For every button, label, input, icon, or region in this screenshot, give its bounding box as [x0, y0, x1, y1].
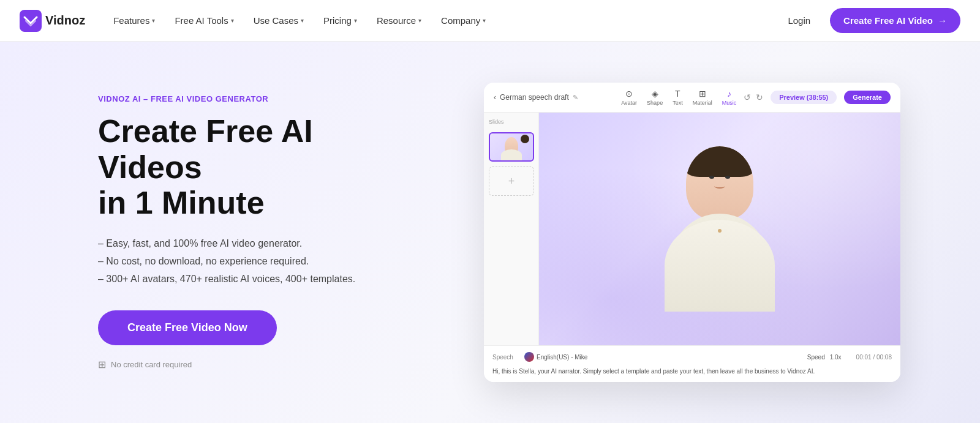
logo[interactable]: Vidnoz: [20, 10, 85, 32]
hero-bullet-2: – No cost, no download, no experience re…: [98, 253, 417, 271]
avatar-jacket: [665, 220, 775, 312]
speech-speed: Speed 1.0x: [807, 354, 842, 361]
slide-thumbnail-1[interactable]: [489, 132, 534, 162]
music-icon: ♪: [727, 89, 731, 99]
credit-card-icon: ⊞: [98, 359, 106, 370]
nav-item-company[interactable]: Company ▾: [432, 10, 494, 31]
hero-bullet-3: – 300+ AI avatars, 470+ realistic AI voi…: [98, 271, 417, 288]
tool-avatar[interactable]: ⊙ Avatar: [621, 89, 637, 106]
nav-item-resource[interactable]: Resource ▾: [368, 10, 430, 31]
chevron-down-icon: ▾: [301, 17, 304, 24]
undo-redo: ↺ ↻: [744, 92, 763, 102]
avatar-head: [686, 146, 753, 220]
hero-section: Vidnoz AI – FREE AI VIDEO GENERATOR Crea…: [0, 42, 980, 423]
app-topbar: ‹ German speech draft ✎ ⊙ Avatar ◈ Shape…: [484, 83, 900, 113]
hero-bullet-1: – Easy, fast, and 100% free AI video gen…: [98, 235, 417, 253]
tool-music[interactable]: ♪ Music: [722, 89, 737, 106]
navbar: Vidnoz Features ▾ Free AI Tools ▾ Use Ca…: [0, 0, 980, 42]
logo-text: Vidnoz: [45, 13, 85, 28]
create-free-ai-video-button[interactable]: Create Free AI Video →: [830, 8, 960, 33]
no-credit-card-notice: ⊞ No credit card required: [98, 359, 417, 370]
avatar-icon: ⊙: [625, 89, 633, 99]
nav-item-pricing[interactable]: Pricing ▾: [315, 10, 366, 31]
app-body: Slides +: [484, 113, 900, 345]
nav-links: Features ▾ Free AI Tools ▾ Use Cases ▾ P…: [105, 10, 778, 31]
app-bottom-panel: Speech English(US) - Mike Speed 1.0x 00:…: [484, 345, 900, 382]
avatar-figure: [671, 146, 769, 312]
preview-button[interactable]: Preview (38:55): [771, 91, 837, 104]
app-preview: ‹ German speech draft ✎ ⊙ Avatar ◈ Shape…: [484, 83, 900, 382]
add-slide-button[interactable]: +: [489, 167, 534, 196]
nav-right: Login Create Free AI Video →: [778, 8, 960, 33]
avatar-necklace: [718, 229, 722, 233]
chevron-down-icon: ▾: [483, 17, 486, 24]
tool-text[interactable]: T Text: [673, 89, 683, 106]
speech-language[interactable]: English(US) - Mike: [524, 352, 587, 362]
generate-button[interactable]: Generate: [844, 91, 891, 104]
login-button[interactable]: Login: [778, 10, 820, 31]
logo-icon: [20, 10, 42, 32]
undo-icon[interactable]: ↺: [744, 92, 751, 102]
avatar-eye-left: [709, 176, 714, 179]
video-canvas: [539, 113, 900, 345]
avatar-body: [671, 214, 769, 312]
material-icon: ⊞: [699, 89, 706, 99]
tool-shape[interactable]: ◈ Shape: [647, 89, 663, 106]
create-free-video-now-button[interactable]: Create Free Video Now: [98, 310, 277, 345]
hero-bullets: – Easy, fast, and 100% free AI video gen…: [98, 235, 417, 288]
hero-tag: Vidnoz AI – FREE AI VIDEO GENERATOR: [98, 94, 417, 103]
redo-icon[interactable]: ↻: [756, 92, 763, 102]
svg-rect-0: [20, 10, 42, 32]
app-tools: ⊙ Avatar ◈ Shape T Text ⊞ Material: [621, 89, 736, 106]
text-icon: T: [675, 89, 680, 99]
avatar-face: [698, 171, 741, 208]
nav-item-free-ai-tools[interactable]: Free AI Tools ▾: [166, 10, 242, 31]
speed-value[interactable]: 1.0x: [830, 354, 842, 361]
hero-right: ‹ German speech draft ✎ ⊙ Avatar ◈ Shape…: [453, 83, 931, 382]
play-time: 00:01 / 00:08: [856, 354, 892, 361]
avatar-mouth: [714, 184, 725, 189]
tool-material[interactable]: ⊞ Material: [693, 89, 712, 106]
edit-icon[interactable]: ✎: [573, 94, 578, 102]
speech-text: Hi, this is Stella, your AI narrator. Si…: [492, 367, 892, 376]
app-breadcrumb: ‹ German speech draft ✎: [494, 93, 614, 102]
flag-icon: [524, 352, 534, 362]
chevron-down-icon: ▾: [152, 17, 155, 24]
avatar-eyes: [698, 176, 741, 179]
back-icon[interactable]: ‹: [494, 93, 496, 102]
shape-icon: ◈: [652, 89, 658, 99]
avatar-eye-right: [725, 176, 730, 179]
hero-left: Vidnoz AI – FREE AI VIDEO GENERATOR Crea…: [98, 94, 417, 370]
slides-panel: Slides +: [484, 113, 539, 345]
chevron-down-icon: ▾: [354, 17, 357, 24]
chevron-down-icon: ▾: [418, 17, 421, 24]
nav-item-use-cases[interactable]: Use Cases ▾: [245, 10, 312, 31]
speech-row: Speech English(US) - Mike Speed 1.0x 00:…: [492, 352, 892, 362]
hero-title: Create Free AI Videos in 1 Minute: [98, 113, 417, 220]
nav-item-features[interactable]: Features ▾: [105, 10, 164, 31]
chevron-down-icon: ▾: [231, 17, 234, 24]
